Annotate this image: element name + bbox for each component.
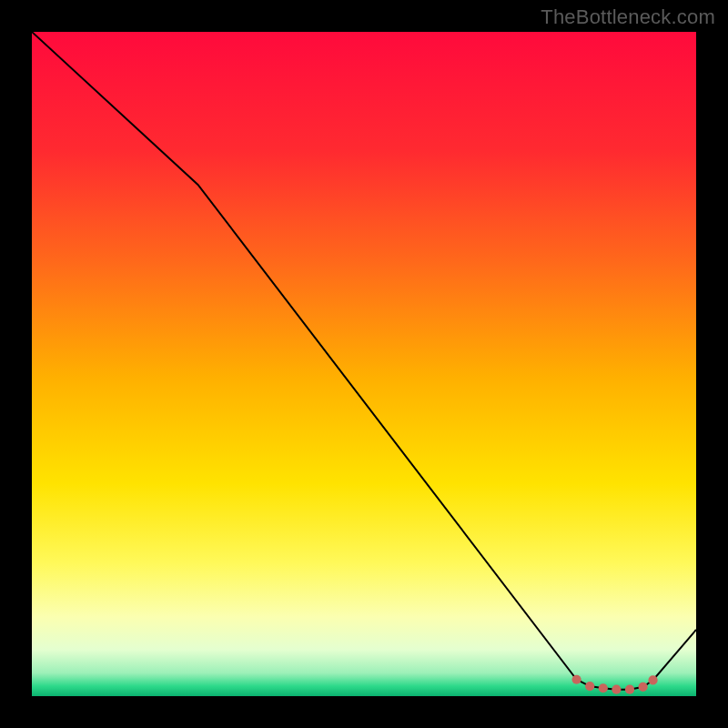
chart-marker [571,675,581,684]
chart-area [32,32,696,696]
attribution-text: TheBottleneck.com [541,5,715,29]
chart-marker [648,675,657,684]
chart-marker [638,682,647,692]
chart-marker [612,685,621,694]
chart-marker [585,682,594,691]
chart-marker [625,685,634,694]
chart-line [32,32,696,690]
chart-overlay [32,32,696,696]
chart-marker [599,683,608,693]
